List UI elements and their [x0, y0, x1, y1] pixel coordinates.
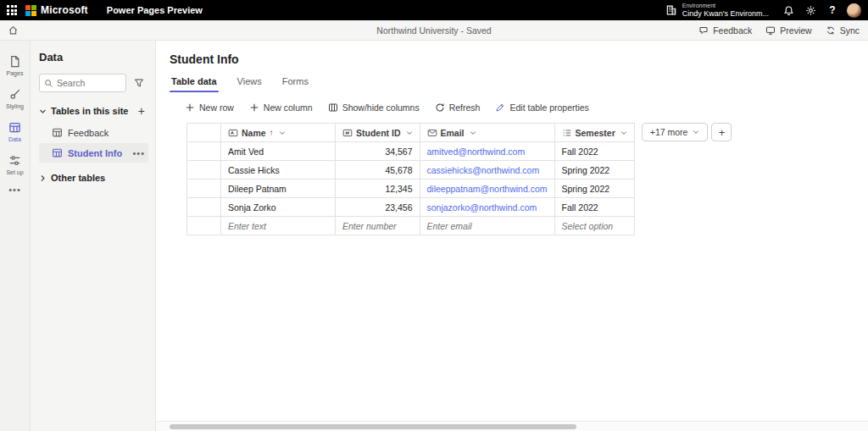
user-avatar[interactable]	[847, 3, 861, 18]
feedback-button[interactable]: Feedback	[698, 25, 752, 36]
tab-views[interactable]: Views	[236, 74, 264, 92]
new-row-placeholder[interactable]: Enter text Enter number Enter email Sele…	[187, 217, 635, 235]
email-link[interactable]: sonjazorko@northwind.com	[427, 202, 537, 213]
student-id-cell[interactable]: 45,678	[336, 161, 420, 180]
app-launcher-button[interactable]	[0, 0, 24, 20]
email-cell[interactable]: cassiehicks@northwind.com	[420, 161, 554, 180]
rail-item-data[interactable]: Data	[0, 115, 30, 148]
environment-label: Environment	[682, 3, 769, 9]
semester-cell[interactable]: Spring 2022	[554, 180, 634, 198]
semester-cell[interactable]: Fall 2022	[554, 198, 634, 217]
student-id-cell[interactable]: 12,345	[336, 180, 420, 198]
column-header-email[interactable]: Email	[420, 124, 554, 142]
column-header-semester[interactable]: Semester	[554, 124, 634, 142]
semester-placeholder-cell[interactable]: Select option	[554, 217, 634, 235]
email-cell[interactable]: sonjazorko@northwind.com	[420, 198, 554, 217]
table-row[interactable]: Amit Ved 34,567 amitved@northwind.com Fa…	[187, 142, 635, 161]
row-selector-header[interactable]	[187, 124, 221, 142]
name-cell[interactable]: Cassie Hicks	[221, 161, 336, 180]
email-link[interactable]: dileeppatnam@northwind.com	[427, 184, 548, 194]
rail-item-label: Data	[8, 136, 21, 142]
feedback-icon	[698, 25, 709, 36]
show-hide-columns-button[interactable]: Show/hide columns	[328, 102, 420, 113]
table-item-label: Student Info	[68, 148, 122, 158]
email-cell[interactable]: dileeppatnam@northwind.com	[420, 180, 554, 198]
more-columns-button[interactable]: +17 more	[642, 123, 709, 141]
refresh-button[interactable]: Refresh	[435, 102, 481, 113]
data-sidebar: Data	[31, 41, 156, 431]
email-placeholder-cell[interactable]: Enter email	[420, 217, 554, 235]
horizontal-scrollbar[interactable]	[156, 421, 868, 431]
environment-picker[interactable]: Environment Cindy Kwan's Environm...	[657, 0, 777, 20]
setup-icon	[8, 154, 21, 167]
sidebar-title: Data	[39, 51, 148, 64]
column-header-student-id[interactable]: Student ID	[336, 124, 420, 142]
new-row-button[interactable]: New row	[185, 102, 234, 113]
student-id-cell[interactable]: 34,567	[336, 142, 420, 161]
email-link[interactable]: amitved@northwind.com	[427, 146, 526, 157]
row-selector-cell[interactable]	[187, 217, 221, 235]
other-tables-section-header[interactable]: Other tables	[39, 173, 148, 183]
tab-table-data[interactable]: Table data	[170, 74, 219, 92]
student-id-cell[interactable]: 23,456	[336, 198, 420, 217]
tab-forms[interactable]: Forms	[281, 74, 310, 92]
column-label: Semester	[576, 128, 615, 138]
rail-item-pages[interactable]: Pages	[0, 49, 30, 82]
microsoft-wordmark: Microsoft	[41, 4, 88, 16]
microsoft-logo-icon	[25, 5, 36, 16]
row-selector-cell[interactable]	[187, 198, 221, 217]
preview-button[interactable]: Preview	[765, 25, 811, 36]
number-field-icon	[342, 128, 353, 138]
settings-button[interactable]	[799, 0, 821, 20]
tables-list: Feedback Student Info •••	[39, 123, 148, 163]
row-selector-cell[interactable]	[187, 180, 221, 198]
choice-field-icon	[562, 128, 572, 138]
rail-item-setup[interactable]: Set up	[0, 148, 30, 181]
table-row[interactable]: Cassie Hicks 45,678 cassiehicks@northwin…	[187, 161, 635, 180]
email-link[interactable]: cassiehicks@northwind.com	[427, 165, 540, 175]
workspace-rail: Pages Styling Data	[0, 41, 31, 431]
column-header-name[interactable]: Name ↑	[221, 124, 336, 142]
column-label: Student ID	[356, 128, 401, 138]
preview-label: Preview	[780, 25, 811, 36]
home-button[interactable]	[0, 20, 25, 41]
rail-item-label: Pages	[7, 70, 24, 76]
add-table-button[interactable]: +	[135, 104, 148, 118]
search-input[interactable]	[57, 78, 121, 88]
new-column-button[interactable]: New column	[249, 102, 313, 113]
tables-section-label: Tables in this site	[51, 106, 129, 116]
table-list-item-student-info[interactable]: Student Info •••	[39, 143, 148, 163]
add-column-button[interactable]: +	[711, 123, 732, 141]
chevron-down-icon	[279, 130, 286, 136]
tables-section-header[interactable]: Tables in this site +	[39, 104, 148, 118]
name-cell[interactable]: Amit Ved	[221, 142, 336, 161]
more-actions-icon[interactable]: •••	[132, 148, 145, 158]
email-cell[interactable]: amitved@northwind.com	[420, 142, 554, 161]
edit-table-properties-button[interactable]: Edit table properties	[495, 102, 588, 113]
email-field-icon	[427, 128, 437, 138]
notifications-button[interactable]	[777, 0, 799, 20]
rail-item-styling[interactable]: Styling	[0, 82, 30, 115]
filter-icon	[134, 78, 144, 88]
filter-button[interactable]	[130, 74, 148, 92]
table-row[interactable]: Sonja Zorko 23,456 sonjazorko@northwind.…	[187, 198, 635, 217]
name-placeholder-cell[interactable]: Enter text	[221, 217, 336, 235]
feedback-label: Feedback	[713, 25, 752, 36]
name-cell[interactable]: Dileep Patnam	[221, 180, 336, 198]
tab-bar: Table data Views Forms	[170, 74, 868, 92]
table-row[interactable]: Dileep Patnam 12,345 dileeppatnam@northw…	[187, 180, 635, 198]
waffle-icon	[7, 5, 17, 15]
pages-icon	[8, 55, 21, 68]
semester-cell[interactable]: Fall 2022	[554, 142, 634, 161]
scrollbar-thumb[interactable]	[170, 424, 576, 429]
row-selector-cell[interactable]	[187, 142, 221, 161]
table-list-item-feedback[interactable]: Feedback	[39, 123, 148, 142]
help-button[interactable]: ?	[821, 0, 843, 20]
sync-button[interactable]: Sync	[826, 25, 860, 36]
semester-cell[interactable]: Spring 2022	[554, 161, 634, 180]
sync-label: Sync	[840, 25, 860, 36]
rail-more-button[interactable]: •••	[8, 185, 21, 195]
row-selector-cell[interactable]	[187, 161, 221, 180]
name-cell[interactable]: Sonja Zorko	[221, 198, 336, 217]
student-id-placeholder-cell[interactable]: Enter number	[336, 217, 420, 235]
